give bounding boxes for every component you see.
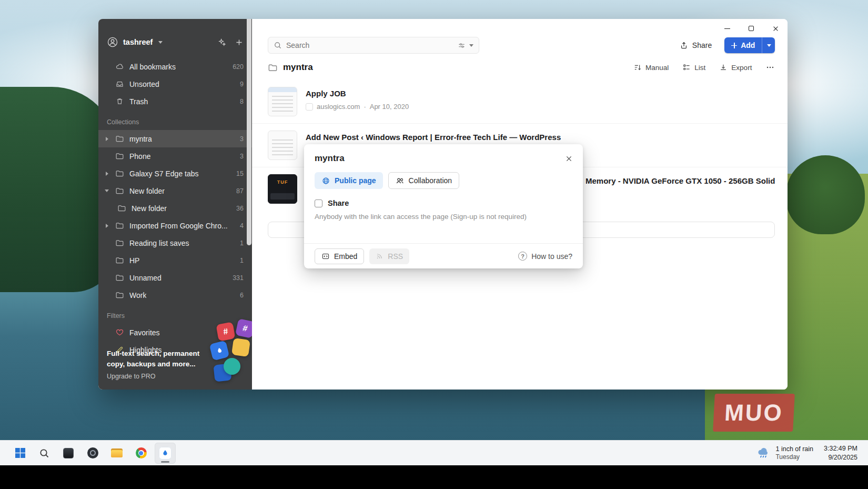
- taskbar-app-window[interactable]: [58, 443, 79, 464]
- bookmark-title-visible-fragment: Memory - NVIDIA GeForce GTX 1050 - 256GB…: [586, 176, 775, 185]
- download-icon: [719, 63, 728, 72]
- sidebar-item-unsorted[interactable]: Unsorted 9: [98, 75, 252, 93]
- search-icon: [274, 41, 282, 49]
- bookmark-title: Apply JOB: [306, 89, 775, 98]
- sparkle-icon[interactable]: [217, 38, 226, 47]
- taskbar-clock[interactable]: 3:32:49 PM 9/20/2025: [824, 444, 857, 462]
- taskbar-raindrop[interactable]: [155, 443, 176, 464]
- sidebar-collection-work[interactable]: Work 6: [98, 286, 252, 304]
- tab-public-page[interactable]: Public page: [315, 172, 383, 189]
- rss-button[interactable]: RSS: [369, 248, 409, 264]
- folder-icon: [115, 186, 124, 195]
- hashtag-app-icon: #: [235, 318, 252, 338]
- sidebar-collection-new-folder-nested[interactable]: New folder 36: [98, 199, 252, 217]
- weather-line1: 1 inch of rain: [775, 445, 813, 453]
- windows-logo-icon: [15, 448, 25, 458]
- folder-icon: [115, 169, 124, 178]
- search-box[interactable]: [268, 37, 479, 54]
- search-input[interactable]: [286, 41, 453, 49]
- folder-icon: [115, 221, 124, 230]
- add-dropdown-button[interactable]: [762, 37, 775, 53]
- add-collection-icon[interactable]: [235, 38, 244, 47]
- maximize-button[interactable]: [739, 19, 763, 38]
- folder-icon: [117, 204, 126, 213]
- taskbar-file-explorer[interactable]: [106, 443, 127, 464]
- bookmark-thumbnail: [268, 87, 297, 116]
- search-filter-button[interactable]: [458, 42, 473, 49]
- sidebar-collection-hp[interactable]: HP 1: [98, 252, 252, 269]
- folder-icon: [115, 238, 124, 247]
- desktop: tashreef All bookmarks 620: [0, 0, 868, 489]
- sidebar-collection-unnamed[interactable]: Unnamed 331: [98, 269, 252, 286]
- how-to-use-link[interactable]: ? How to use?: [518, 252, 572, 261]
- collapse-chevron-icon[interactable]: [104, 189, 110, 192]
- embed-button[interactable]: Embed: [315, 248, 364, 264]
- sidebar: tashreef All bookmarks 620: [98, 19, 252, 390]
- sidebar-scrollbar[interactable]: [247, 19, 251, 245]
- expand-chevron-icon[interactable]: [104, 224, 110, 228]
- sidebar-item-trash[interactable]: Trash 8: [98, 93, 252, 110]
- more-options-button[interactable]: [765, 63, 775, 72]
- muo-watermark: MUO: [713, 394, 795, 432]
- chevron-down-icon: [469, 44, 473, 47]
- close-button[interactable]: [763, 19, 788, 38]
- minimize-icon: [724, 28, 730, 29]
- bookmark-thumbnail: [268, 131, 297, 160]
- share-checkbox[interactable]: [315, 199, 322, 207]
- taskbar-search-button[interactable]: [34, 443, 55, 464]
- chevron-down-icon: [767, 44, 771, 47]
- sidebar-collection-imported-from-google-chrome[interactable]: Imported From Google Chro... 4: [98, 217, 252, 234]
- dialog-close-button[interactable]: [563, 153, 574, 164]
- heart-icon: [115, 328, 124, 337]
- bookmark-row[interactable]: Apply JOB auslogics.com · Apr 10, 2020: [252, 80, 788, 124]
- user-menu[interactable]: tashreef: [98, 33, 252, 52]
- expand-chevron-icon[interactable]: [104, 172, 110, 176]
- sidebar-collection-galaxy-s7-edge-tabs[interactable]: Galaxy S7 Edge tabs 15: [98, 165, 252, 182]
- taskbar-chrome[interactable]: [130, 443, 152, 464]
- sidebar-nav: All bookmarks 620 Unsorted 9 Trash 8 Col…: [98, 58, 252, 358]
- bookmark-title: Add New Post ‹ Windows Report | Error-fr…: [306, 133, 775, 142]
- question-icon: ?: [518, 252, 527, 261]
- weather-line2: Tuesday: [775, 453, 813, 461]
- weather-widget[interactable]: 1 inch of rain Tuesday: [756, 445, 813, 461]
- app-tile-icon: [231, 338, 250, 357]
- clock-date: 9/20/2025: [824, 453, 857, 462]
- clock-time: 3:32:49 PM: [824, 444, 857, 453]
- bookmark-meta: auslogics.com · Apr 10, 2020: [306, 103, 775, 111]
- sort-icon: [633, 63, 642, 72]
- export-button[interactable]: Export: [719, 63, 752, 72]
- dark-window-icon: [63, 448, 74, 458]
- user-name: tashreef: [123, 38, 153, 46]
- sidebar-collection-myntra[interactable]: myntra 3: [98, 130, 252, 147]
- folder-icon: [115, 134, 124, 143]
- sidebar-collection-phone[interactable]: Phone 3: [98, 147, 252, 165]
- search-icon: [39, 448, 49, 458]
- toolbar: Share Add: [268, 37, 775, 54]
- folder-icon: [115, 256, 124, 265]
- sort-button[interactable]: Manual: [633, 63, 669, 72]
- active-app-indicator: [161, 461, 169, 463]
- folder-icon: [115, 152, 124, 161]
- sidebar-collection-reading-list-saves[interactable]: Reading list saves 1: [98, 234, 252, 252]
- minimize-button[interactable]: [715, 19, 739, 38]
- tab-collaboration[interactable]: Collaboration: [388, 172, 460, 189]
- sidebar-collection-new-folder[interactable]: New folder 87: [98, 182, 252, 199]
- favicon-icon: [306, 103, 313, 111]
- bookmark-thumbnail: TUF: [268, 174, 297, 204]
- letterbox-strip: [0, 465, 868, 489]
- raindrop-icon: [159, 447, 171, 460]
- add-button[interactable]: Add: [724, 37, 762, 53]
- view-button[interactable]: List: [682, 63, 705, 72]
- file-explorer-folder-icon: [111, 448, 123, 457]
- sidebar-item-all-bookmarks[interactable]: All bookmarks 620: [98, 58, 252, 75]
- start-button[interactable]: [9, 443, 31, 464]
- share-description: Anybody with the link can access the pag…: [315, 213, 572, 221]
- upgrade-pro-promo[interactable]: Full-text search, permanent copy, backup…: [98, 341, 252, 390]
- taskbar-app-camera[interactable]: [82, 443, 103, 464]
- folder-icon: [115, 291, 124, 300]
- expand-chevron-icon[interactable]: [104, 137, 110, 141]
- share-button[interactable]: Share: [680, 41, 712, 49]
- share-label: Share: [328, 199, 349, 207]
- chrome-icon: [136, 447, 147, 458]
- wallpaper-tree: [786, 155, 865, 234]
